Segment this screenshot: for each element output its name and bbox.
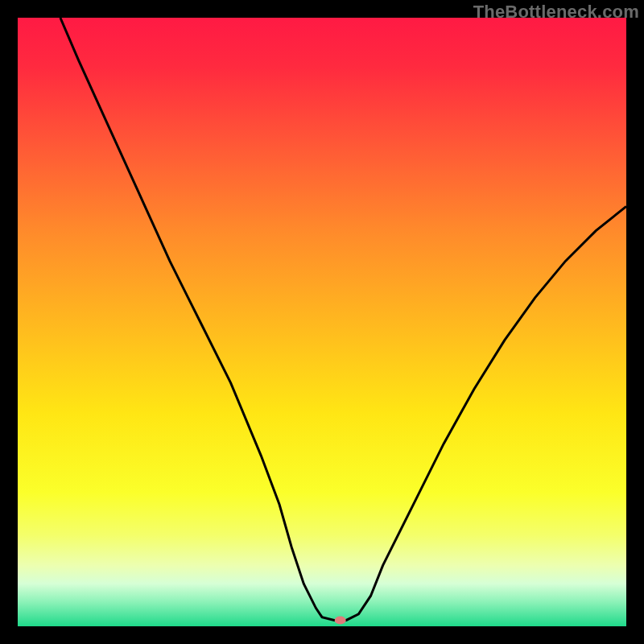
chart-frame: TheBottleneck.com: [0, 0, 644, 644]
gradient-background: [18, 18, 626, 626]
chart-svg: [18, 18, 626, 626]
plot-area: [18, 18, 626, 626]
optimal-point-marker: [335, 616, 346, 624]
